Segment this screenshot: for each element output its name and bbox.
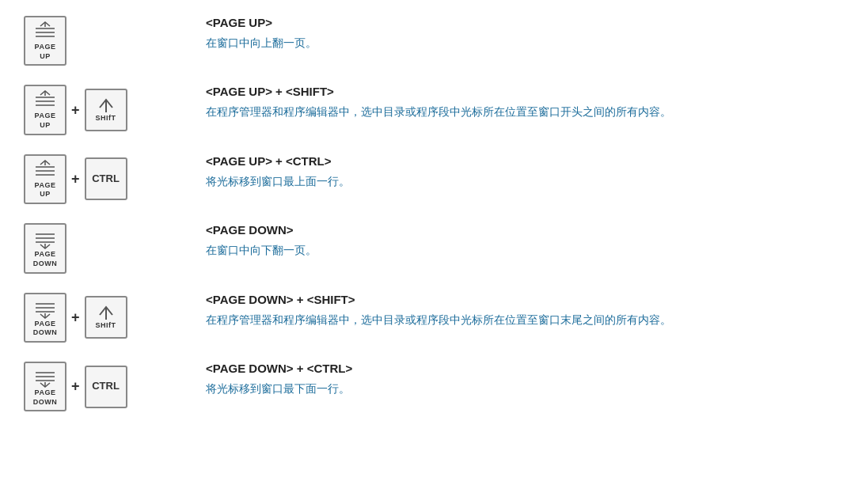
key-combo-page-up-shift: PAGEUP+ SHIfT [24,85,206,135]
shortcut-title: <PAGE UP> + <SHIFT> [206,85,838,98]
key-label: PAGEUP [35,181,56,199]
key-label: PAGEUP [35,112,56,130]
shortcut-title: <PAGE UP> + <CTRL> [206,154,838,168]
shortcut-row-page-up: PAGEUP<PAGE UP>在窗口中向上翻一页。 [24,16,838,66]
description-page-down: <PAGE DOWN>在窗口中向下翻一页。 [206,223,838,259]
plus-sign: + [71,102,80,119]
key-label: CTRL [92,172,120,186]
description-page-up-ctrl: <PAGE UP> + <CTRL>将光标移到窗口最上面一行。 [206,154,838,190]
shortcut-row-page-up-shift: PAGEUP+ SHIfT<PAGE UP> + <SHIFT>在程序管理器和程… [24,85,838,135]
key-label: SHIfT [96,321,116,331]
shortcut-title: <PAGE DOWN> [206,223,838,237]
key-box-page-down: PAGEDOWN [24,362,66,411]
shortcut-row-page-down-shift: PAGEDOWN+ SHIfT<PAGE DOWN> + <SHIFT>在程序管… [24,293,838,343]
description-page-up-shift: <PAGE UP> + <SHIFT>在程序管理器和程序编辑器中，选中目录或程序… [206,85,838,120]
key-box-page-down: PAGEDOWN [24,293,66,343]
shortcut-row-page-up-ctrl: PAGEUP+CTRL<PAGE UP> + <CTRL>将光标移到窗口最上面一… [24,154,838,204]
key-label: PAGEDOWN [33,388,58,407]
shortcut-title: <PAGE DOWN> + <CTRL> [206,362,838,375]
shortcut-description: 在窗口中向上翻一页。 [206,34,838,51]
key-combo-page-up: PAGEUP [24,16,206,66]
shortcut-description: 在窗口中向下翻一页。 [206,241,838,259]
key-label: CTRL [92,380,120,393]
key-box-ctrl: CTRL [85,157,127,200]
key-box-shift: SHIfT [85,296,127,339]
key-combo-page-down-ctrl: PAGEDOWN+CTRL [24,362,206,411]
description-page-down-ctrl: <PAGE DOWN> + <CTRL>将光标移到窗口最下面一行。 [206,362,838,397]
key-label: PAGEUP [35,43,56,61]
description-page-up: <PAGE UP>在窗口中向上翻一页。 [206,16,838,51]
description-page-down-shift: <PAGE DOWN> + <SHIFT>在程序管理器和程序编辑器中，选中目录或… [206,293,838,328]
key-box-ctrl: CTRL [85,366,127,408]
key-combo-page-down: PAGEDOWN [24,223,206,273]
key-box-page-down: PAGEDOWN [24,223,66,273]
key-box-page-up: PAGEUP [24,154,66,204]
shortcut-description: 将光标移到窗口最下面一行。 [206,380,838,397]
shortcut-row-page-down: PAGEDOWN<PAGE DOWN>在窗口中向下翻一页。 [24,223,838,273]
key-combo-page-down-shift: PAGEDOWN+ SHIfT [24,293,206,343]
shortcut-title: <PAGE UP> [206,16,838,29]
shortcut-description: 在程序管理器和程序编辑器中，选中目录或程序段中光标所在位置至窗口末尾之间的所有内… [206,311,838,328]
plus-sign: + [71,378,80,395]
plus-sign: + [71,309,80,326]
shortcut-title: <PAGE DOWN> + <SHIFT> [206,293,838,306]
key-label: SHIfT [96,114,116,123]
key-box-page-up: PAGEUP [24,85,66,135]
shortcut-description: 将光标移到窗口最上面一行。 [206,172,838,190]
plus-sign: + [71,171,80,188]
key-label: PAGEDOWN [33,250,58,268]
key-combo-page-up-ctrl: PAGEUP+CTRL [24,154,206,204]
key-label: PAGEDOWN [33,320,58,338]
key-box-shift: SHIfT [85,89,127,131]
shortcut-description: 在程序管理器和程序编辑器中，选中目录或程序段中光标所在位置至窗口开头之间的所有内… [206,103,838,120]
shortcut-row-page-down-ctrl: PAGEDOWN+CTRL<PAGE DOWN> + <CTRL>将光标移到窗口… [24,362,838,411]
key-box-page-up: PAGEUP [24,16,66,66]
